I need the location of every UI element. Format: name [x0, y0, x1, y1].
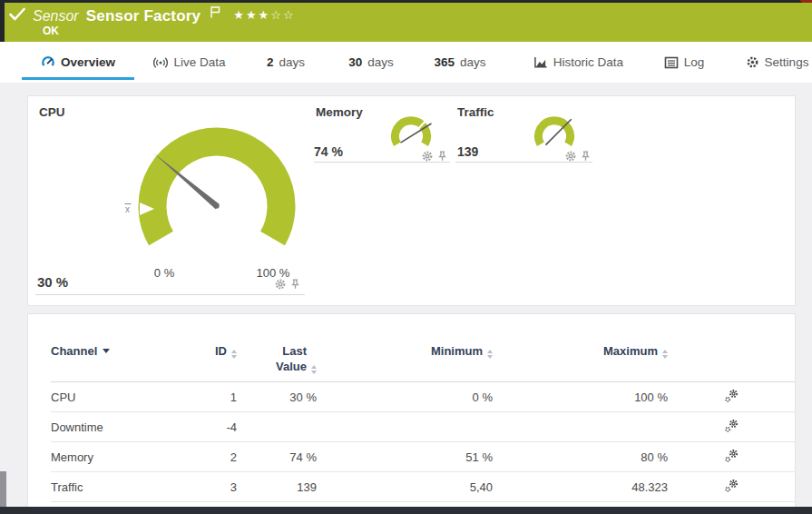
tab-number: 2: [267, 55, 274, 69]
sort-desc-icon: [103, 349, 110, 353]
header-actions: [668, 340, 795, 382]
header-id[interactable]: ID: [187, 340, 237, 382]
tab-number: 365: [434, 55, 455, 69]
cell-max: 48.323: [493, 472, 668, 502]
tab-bar: Overview Live Data 2 days 30 days 365 da…: [0, 42, 812, 83]
status-badge: OK: [43, 25, 59, 37]
cell-last: [237, 412, 317, 442]
cpu-gear-icon[interactable]: [275, 277, 286, 293]
prtg-sensor-page: Sensor Sensor Factory ★★★☆☆ OK Overview …: [0, 0, 812, 514]
tab-label: Live Data: [173, 55, 225, 69]
cell-channel[interactable]: Memory: [51, 442, 187, 472]
cell-max: [493, 412, 668, 442]
channels-panel: Channel ID Last Value Minimum Maximum: [27, 313, 796, 508]
traffic-gauge-title: Traffic: [457, 105, 494, 119]
page-title: Sensor Factory: [86, 7, 201, 25]
tab-label: days: [367, 55, 394, 69]
gear-icon: [746, 55, 759, 69]
ok-check-icon: [9, 7, 25, 25]
cell-id: 1: [187, 382, 237, 412]
broadcast-icon: [153, 55, 168, 70]
tab-30-days[interactable]: 30 days: [340, 44, 402, 81]
cpu-average-label: x: [125, 204, 130, 214]
cell-actions: [668, 442, 795, 472]
traffic-value: 139: [457, 144, 478, 159]
memory-widget-divider: [314, 162, 450, 163]
tab-365-days[interactable]: 365 days: [425, 44, 495, 81]
tab-live-data[interactable]: Live Data: [148, 44, 231, 81]
cell-last: 30 %: [237, 382, 317, 412]
channel-settings-icon[interactable]: [724, 392, 739, 406]
channels-table: Channel ID Last Value Minimum Maximum: [51, 340, 795, 502]
traffic-pin-icon[interactable]: [581, 149, 591, 165]
tab-number: 30: [348, 55, 362, 69]
header-maximum[interactable]: Maximum: [493, 340, 668, 382]
cell-channel[interactable]: Traffic: [51, 472, 187, 502]
gauges-panel: CPU x 0 % 100 % 30 % Memory: [27, 95, 796, 306]
chart-icon: [533, 55, 548, 69]
channel-settings-icon[interactable]: [724, 482, 739, 496]
cell-channel[interactable]: CPU: [51, 382, 187, 412]
sort-icon[interactable]: [231, 350, 237, 359]
table-row-traffic[interactable]: Traffic 3 139 5,40 48.323: [51, 472, 795, 502]
tab-label: Historic Data: [553, 55, 623, 69]
window-left-edge: [0, 0, 5, 42]
tab-label: Overview: [61, 55, 115, 69]
cpu-widget-divider: [35, 294, 305, 295]
gauge-icon: [41, 55, 55, 69]
cell-id: 3: [187, 472, 237, 502]
window-bottom-edge: [0, 507, 812, 514]
cell-min: [317, 412, 493, 442]
flag-icon[interactable]: [210, 5, 220, 22]
tab-historic-data[interactable]: Historic Data: [526, 44, 631, 81]
cell-min: 5,40: [317, 472, 493, 502]
memory-gauge-title: Memory: [316, 105, 363, 119]
sort-icon[interactable]: [487, 350, 493, 359]
cell-actions: [668, 472, 795, 502]
tab-label: Settings: [765, 55, 809, 69]
channel-settings-icon[interactable]: [724, 422, 739, 436]
cell-last: 74 %: [237, 442, 317, 472]
header-channel[interactable]: Channel: [51, 340, 187, 382]
cpu-gauge[interactable]: x: [122, 102, 312, 269]
log-icon: [664, 56, 679, 69]
header-last-value[interactable]: Last Value: [237, 340, 317, 382]
stars-filled[interactable]: ★★★: [233, 8, 270, 22]
cell-channel[interactable]: Downtime: [51, 412, 187, 442]
cell-id: -4: [187, 412, 237, 442]
object-kind-label: Sensor: [33, 8, 79, 25]
tab-label: Log: [684, 55, 705, 69]
cell-min: 51 %: [317, 442, 493, 472]
traffic-widget-divider: [455, 162, 592, 163]
priority-stars[interactable]: ★★★☆☆: [233, 8, 295, 22]
stars-empty[interactable]: ☆☆: [270, 8, 295, 22]
sort-icon[interactable]: [311, 365, 317, 374]
channel-settings-icon[interactable]: [724, 452, 739, 466]
window-left-lower-edge: [0, 471, 6, 507]
table-row-cpu[interactable]: CPU 1 30 % 0 % 100 %: [51, 382, 795, 412]
cell-min: 0 %: [317, 382, 493, 412]
tab-label: days: [460, 55, 486, 69]
memory-gear-icon[interactable]: [422, 149, 433, 165]
memory-value: 74 %: [314, 144, 343, 159]
cpu-gauge-title: CPU: [39, 105, 65, 119]
tab-2-days[interactable]: 2 days: [259, 44, 313, 81]
memory-pin-icon[interactable]: [437, 149, 447, 165]
traffic-gear-icon[interactable]: [565, 149, 576, 165]
tab-settings[interactable]: Settings: [742, 44, 812, 81]
tab-log[interactable]: Log: [659, 44, 709, 81]
cell-max: 100 %: [493, 382, 668, 412]
header-minimum[interactable]: Minimum: [317, 340, 493, 382]
tab-overview[interactable]: Overview: [22, 44, 134, 81]
cell-actions: [668, 382, 795, 412]
cpu-pin-icon[interactable]: [290, 277, 300, 293]
sort-icon[interactable]: [662, 350, 668, 359]
cell-max: 80 %: [493, 442, 668, 472]
cpu-value: 30 %: [37, 274, 68, 290]
cell-id: 2: [187, 442, 237, 472]
table-row-downtime[interactable]: Downtime -4: [51, 412, 795, 442]
table-row-memory[interactable]: Memory 2 74 % 51 % 80 %: [51, 442, 795, 472]
cpu-scale-min: 0 %: [142, 266, 187, 280]
tab-label: days: [279, 55, 305, 69]
cell-last: 139: [237, 472, 317, 502]
